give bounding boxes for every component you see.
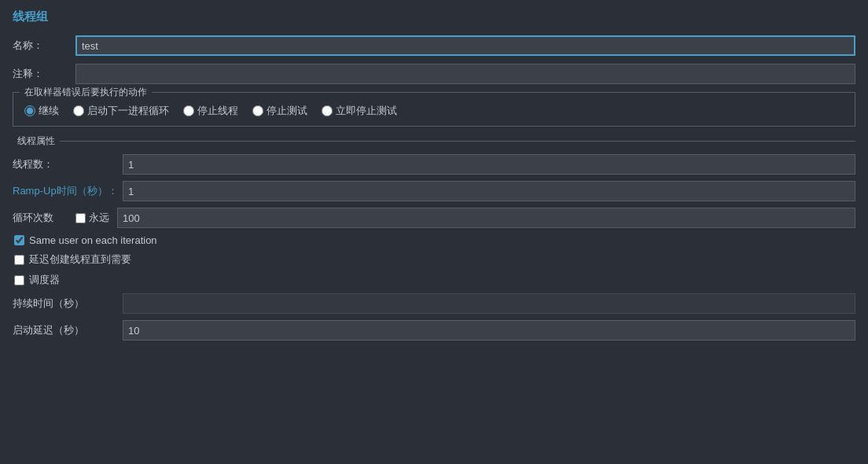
main-container: 线程组 名称： 注释： 在取样器错误后要执行的动作 继续 启动下一进程循环 停止… <box>0 0 868 464</box>
name-row: 名称： <box>13 35 855 56</box>
radio-stop-test-now[interactable]: 立即停止测试 <box>322 104 397 118</box>
radio-stop-thread-input[interactable] <box>183 105 194 116</box>
loop-row: 循环次数 永远 <box>13 208 855 228</box>
thread-count-row: 线程数： <box>13 154 855 175</box>
loop-label: 循环次数 <box>13 211 75 225</box>
duration-row: 持续时间（秒） <box>13 293 855 314</box>
error-action-title: 在取样器错误后要执行的动作 <box>20 86 152 99</box>
radio-continue-label: 继续 <box>39 104 59 118</box>
name-label: 名称： <box>13 39 75 53</box>
radio-start-next-input[interactable] <box>73 105 84 116</box>
duration-label: 持续时间（秒） <box>13 296 123 311</box>
error-action-box: 在取样器错误后要执行的动作 继续 启动下一进程循环 停止线程 停止测试 立即停止… <box>13 92 855 127</box>
thread-props-divider <box>60 141 855 142</box>
radio-stop-test-now-input[interactable] <box>322 105 333 116</box>
same-user-row: Same user on each iteration <box>13 234 855 246</box>
duration-input <box>123 293 855 314</box>
page-title: 线程组 <box>13 9 855 24</box>
radio-stop-test-now-label: 立即停止测试 <box>336 104 397 118</box>
comment-label: 注释： <box>13 67 75 81</box>
rampup-input[interactable] <box>123 181 855 201</box>
thread-props-header: 线程属性 <box>13 134 855 148</box>
startup-delay-row: 启动延迟（秒） <box>13 320 855 341</box>
startup-delay-label: 启动延迟（秒） <box>13 323 123 337</box>
delay-create-label[interactable]: 延迟创建线程直到需要 <box>29 252 131 267</box>
radio-stop-thread[interactable]: 停止线程 <box>183 104 238 118</box>
forever-label[interactable]: 永远 <box>89 211 109 225</box>
comment-row: 注释： <box>13 64 855 84</box>
scheduler-row: 调度器 <box>13 273 855 287</box>
radio-stop-test-input[interactable] <box>252 105 263 116</box>
same-user-label[interactable]: Same user on each iteration <box>29 234 157 246</box>
thread-count-label: 线程数： <box>13 157 123 171</box>
name-input[interactable] <box>75 35 855 56</box>
forever-group: 永远 <box>75 211 109 225</box>
scheduler-label[interactable]: 调度器 <box>29 273 60 287</box>
thread-count-input[interactable] <box>123 154 855 175</box>
radio-continue-input[interactable] <box>24 105 35 116</box>
forever-checkbox[interactable] <box>75 213 86 223</box>
delay-create-row: 延迟创建线程直到需要 <box>13 252 855 267</box>
thread-props-header-label: 线程属性 <box>13 134 60 148</box>
error-radio-group: 继续 启动下一进程循环 停止线程 停止测试 立即停止测试 <box>21 98 847 121</box>
loop-count-input[interactable] <box>117 208 855 228</box>
radio-start-next-label: 启动下一进程循环 <box>87 104 169 118</box>
scheduler-checkbox[interactable] <box>14 275 24 285</box>
radio-start-next[interactable]: 启动下一进程循环 <box>73 104 169 118</box>
rampup-row: Ramp-Up时间（秒）： <box>13 181 855 201</box>
rampup-label: Ramp-Up时间（秒）： <box>13 184 123 198</box>
startup-delay-input[interactable] <box>123 320 855 341</box>
radio-stop-thread-label: 停止线程 <box>197 104 238 118</box>
thread-props-section: 线程属性 线程数： Ramp-Up时间（秒）： 循环次数 永远 Same use… <box>13 134 855 341</box>
radio-stop-test[interactable]: 停止测试 <box>252 104 307 118</box>
delay-create-checkbox[interactable] <box>14 255 24 265</box>
radio-stop-test-label: 停止测试 <box>267 104 307 118</box>
radio-continue[interactable]: 继续 <box>24 104 59 118</box>
same-user-checkbox[interactable] <box>14 235 24 245</box>
comment-input[interactable] <box>75 64 855 84</box>
